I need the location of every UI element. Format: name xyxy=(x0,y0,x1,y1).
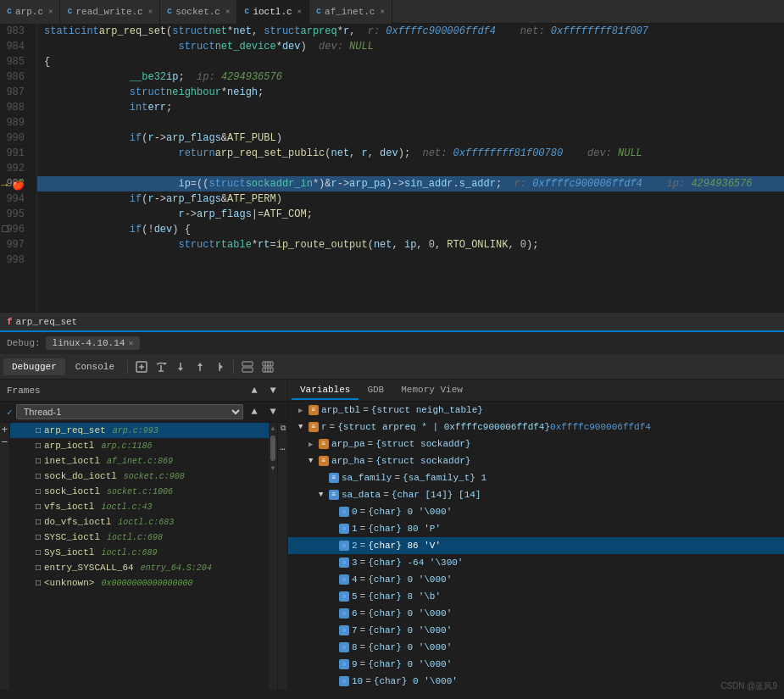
tab-close-icon[interactable]: ✕ xyxy=(380,7,384,16)
var-item-5[interactable]: ▶ ○ 5 = {char} 8 '\b' xyxy=(288,588,784,605)
expand-icon[interactable]: ▶ xyxy=(329,626,337,635)
tab-memory-view[interactable]: Memory View xyxy=(392,381,471,400)
tab-read-write-c[interactable]: c read_write.c ✕ xyxy=(60,0,160,24)
session-name: linux-4.10.14 xyxy=(53,338,125,348)
code-line-993: ip = ((struct sockaddr_in *)&r->arp_pa)-… xyxy=(37,176,784,191)
thread-up-btn[interactable]: ▲ xyxy=(247,404,262,419)
var-type-icon: ○ xyxy=(339,676,349,686)
expand-icon[interactable]: ▶ xyxy=(309,440,317,449)
tab-close-icon[interactable]: ✕ xyxy=(48,7,53,16)
frame-item-8[interactable]: □ SyS_ioctl ioctl.c:689 xyxy=(10,545,269,560)
memory-view-btn[interactable] xyxy=(259,358,277,376)
expand-icon[interactable]: ▼ xyxy=(319,491,327,499)
expand-icon[interactable]: ▶ xyxy=(329,508,337,517)
show-execution-point-btn[interactable] xyxy=(132,358,151,376)
frames-scroll-up[interactable]: ▲ xyxy=(271,423,275,434)
tab-ioctl-c[interactable]: c ioctl.c ✕ xyxy=(237,0,309,24)
fold-icon[interactable] xyxy=(2,225,8,232)
expand-icon[interactable]: ▶ xyxy=(329,677,337,686)
line-991: 991 xyxy=(0,146,30,161)
var-item-9[interactable]: ▶ ○ 9 = {char} 0 '\000' xyxy=(288,656,784,673)
var-item-10[interactable]: ▶ ○ 10 = {char} 0 '\000' xyxy=(288,673,784,690)
step-out-btn[interactable] xyxy=(191,358,209,376)
expand-icon[interactable]: ▶ xyxy=(329,524,337,534)
expand-icon[interactable]: ▼ xyxy=(298,423,307,431)
remove-frame-btn[interactable]: − xyxy=(2,437,8,448)
var-eq: = xyxy=(365,676,371,686)
var-value: {struct neigh_table} xyxy=(371,405,483,415)
var-value: {char [14]} [14] xyxy=(392,490,481,500)
frame-item-3[interactable]: □ sock_do_ioctl socket.c:908 xyxy=(10,469,269,484)
var-item-2[interactable]: ▶ ○ 2 = {char} 86 'V' xyxy=(288,537,784,554)
line-988: 988 xyxy=(0,100,30,115)
expand-icon[interactable]: ▶ xyxy=(298,406,307,415)
restore-layout-btn[interactable] xyxy=(238,358,257,376)
thread-select[interactable]: Thread-1 xyxy=(16,404,243,419)
expand-icon[interactable]: ▼ xyxy=(309,457,317,465)
frame-item-2[interactable]: □ inet_ioctl af_inet.c:869 xyxy=(10,453,269,469)
extra-action-col: ⧉ ⋯ xyxy=(277,423,287,690)
expand-icon[interactable]: ▶ xyxy=(319,474,327,483)
step-into-btn[interactable] xyxy=(171,358,190,376)
copy-btn[interactable]: ⧉ xyxy=(278,424,287,433)
tab-gdb[interactable]: GDB xyxy=(359,381,392,400)
expand-icon[interactable]: ▶ xyxy=(329,592,337,602)
var-item-7[interactable]: ▶ ○ 7 = {char} 0 '\000' xyxy=(288,622,784,639)
expand-icon[interactable]: ▶ xyxy=(329,575,337,585)
frame-item-5[interactable]: □ vfs_ioctl ioctl.c:43 xyxy=(10,499,269,514)
thread-down-btn[interactable]: ▼ xyxy=(265,404,281,419)
session-close-icon[interactable]: ✕ xyxy=(128,338,133,348)
var-item-4[interactable]: ▶ ○ 4 = {char} 0 '\000' xyxy=(288,571,784,588)
var-eq: = xyxy=(330,422,336,432)
tab-console[interactable]: Console xyxy=(67,358,123,375)
tab-close-icon[interactable]: ✕ xyxy=(297,7,302,16)
frames-scrollbar[interactable]: ▲ ▼ xyxy=(269,423,277,690)
frames-scroll-down[interactable]: ▼ xyxy=(271,463,275,474)
frames-down-btn[interactable]: ▼ xyxy=(265,383,281,398)
run-to-cursor-btn[interactable] xyxy=(210,358,229,376)
step-over-btn[interactable] xyxy=(152,358,170,376)
expand-icon[interactable]: ▶ xyxy=(329,541,337,551)
line-984: 984 xyxy=(0,39,30,54)
frame-item-6[interactable]: □ do_vfs_ioctl ioctl.c:683 xyxy=(10,514,269,530)
var-item-sa-data[interactable]: ▼ ≡ sa_data = {char [14]} [14] xyxy=(288,486,784,503)
var-list: ▶ ≡ arp_tbl = {struct neigh_table} ▼ ≡ r… xyxy=(288,402,784,690)
var-item-sa-family[interactable]: ▶ ≡ sa_family = {sa_family_t} 1 xyxy=(288,469,784,486)
tab-arp-c[interactable]: c arp.c ✕ xyxy=(0,0,60,24)
var-item-6[interactable]: ▶ ○ 6 = {char} 0 '\000' xyxy=(288,605,784,622)
frame-item-0[interactable]: □ arp_req_set arp.c:993 xyxy=(10,423,269,438)
tab-variables[interactable]: Variables xyxy=(292,381,359,400)
var-item-3[interactable]: ▶ ○ 3 = {char} -64 '\300' xyxy=(288,554,784,571)
frame-item-4[interactable]: □ sock_ioctl socket.c:1006 xyxy=(10,484,269,499)
frames-up-btn[interactable]: ▲ xyxy=(247,383,262,398)
frame-item-9[interactable]: □ entry_SYSCALL_64 entry_64.S:204 xyxy=(10,560,269,575)
tab-af-inet-c[interactable]: c af_inet.c ✕ xyxy=(309,0,392,24)
var-item-1[interactable]: ▶ ○ 1 = {char} 80 'P' xyxy=(288,520,784,537)
var-item-arp-pa[interactable]: ▶ ≡ arp_pa = {struct sockaddr} xyxy=(288,435,784,452)
var-item-0[interactable]: ▶ ○ 0 = {char} 0 '\000' xyxy=(288,503,784,520)
dots-btn[interactable]: ⋯ xyxy=(278,445,287,454)
tab-close-icon[interactable]: ✕ xyxy=(148,7,153,16)
expand-icon[interactable]: ▶ xyxy=(329,558,337,568)
debug-session[interactable]: linux-4.10.14 ✕ xyxy=(46,336,141,350)
frame-icon: □ xyxy=(36,426,41,435)
code-line-989 xyxy=(37,115,784,130)
line-997: 997 xyxy=(0,237,30,252)
frame-item-1[interactable]: □ arp_ioctl arp.c:1186 xyxy=(10,438,269,453)
var-item-arp-ha[interactable]: ▼ ≡ arp_ha = {struct sockaddr} xyxy=(288,452,784,469)
var-item-r[interactable]: ▼ ≡ r = {struct arpreq * | 0xffffc900006… xyxy=(288,419,784,435)
add-frame-btn[interactable]: + xyxy=(2,424,8,435)
var-item-arp-tbl[interactable]: ▶ ≡ arp_tbl = {struct neigh_table} xyxy=(288,402,784,419)
var-value: {char} 0 '\000' xyxy=(368,507,452,517)
expand-icon[interactable]: ▶ xyxy=(329,660,337,669)
editor-area: 983 984 985 986 987 988 989 990 991 992 … xyxy=(0,24,784,312)
frames-scroll-thumb[interactable] xyxy=(270,435,275,461)
frame-item-7[interactable]: □ SYSC_ioctl ioctl.c:698 xyxy=(10,530,269,545)
expand-icon[interactable]: ▶ xyxy=(329,609,337,619)
tab-socket-c[interactable]: c socket.c ✕ xyxy=(160,0,237,24)
tab-debugger[interactable]: Debugger xyxy=(3,358,65,375)
expand-icon[interactable]: ▶ xyxy=(329,643,337,652)
tab-close-icon[interactable]: ✕ xyxy=(225,7,230,16)
frame-item-10[interactable]: □ <unknown> 0x0000000000000000 xyxy=(10,575,269,591)
var-item-8[interactable]: ▶ ○ 8 = {char} 0 '\000' xyxy=(288,639,784,656)
